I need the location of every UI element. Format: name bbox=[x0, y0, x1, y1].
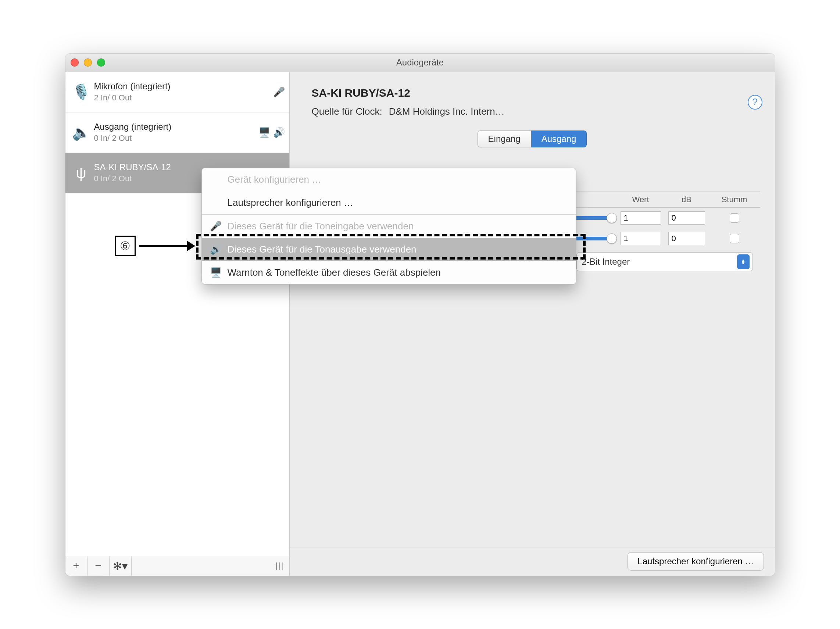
device-mic[interactable]: 🎙️ Mikrofon (integriert) 2 In/ 0 Out 🎤 bbox=[65, 72, 289, 112]
sidebar-footer: + − ✻▾ ||| bbox=[65, 556, 289, 576]
add-button[interactable]: + bbox=[65, 556, 87, 576]
db-input[interactable] bbox=[668, 232, 705, 245]
mic-icon: 🎤 bbox=[273, 86, 285, 98]
io-tabs: Eingang Ausgang bbox=[290, 131, 775, 147]
microphone-icon: 🎙️ bbox=[68, 84, 94, 101]
volume-icon: 🔊 bbox=[273, 127, 285, 138]
device-title: SA-KI RUBY/SA-12 bbox=[312, 87, 753, 99]
usb-icon: ψ bbox=[68, 165, 94, 181]
device-output[interactable]: 🔈 Ausgang (integriert) 0 In/ 2 Out 🖥️ 🔊 bbox=[65, 112, 289, 153]
configure-speakers-button[interactable]: Lautsprecher konfigurieren … bbox=[627, 552, 764, 571]
monitor-icon: 🖥️ bbox=[210, 267, 222, 278]
clock-source-label: Quelle für Clock: bbox=[312, 106, 382, 117]
sidebar: 🎙️ Mikrofon (integriert) 2 In/ 0 Out 🎤 🔈… bbox=[65, 72, 290, 576]
help-button[interactable]: ? bbox=[748, 95, 763, 109]
menu-configure-speakers[interactable]: Lautsprecher konfigurieren … bbox=[202, 191, 576, 214]
device-name: Ausgang (integriert) bbox=[94, 122, 259, 132]
context-menu: Gerät konfigurieren … Lautsprecher konfi… bbox=[201, 168, 576, 284]
titlebar: Audiogeräte bbox=[65, 54, 775, 72]
audio-devices-window: Audiogeräte 🎙️ Mikrofon (integriert) 2 I… bbox=[65, 54, 775, 576]
annotation-number: ⑥ bbox=[115, 235, 136, 256]
menu-label: Warnton & Toneffekte über dieses Gerät a… bbox=[227, 267, 441, 278]
remove-button[interactable]: − bbox=[87, 556, 109, 576]
menu-use-for-input[interactable]: 🎤 Dieses Gerät für die Toneingabe verwen… bbox=[202, 215, 576, 238]
device-list: 🎙️ Mikrofon (integriert) 2 In/ 0 Out 🎤 🔈… bbox=[65, 72, 289, 556]
tab-input[interactable]: Eingang bbox=[478, 131, 531, 147]
menu-label: Dieses Gerät für die Tonausgabe verwende… bbox=[227, 244, 417, 255]
col-stumm: Stumm bbox=[709, 195, 760, 204]
chevron-updown-icon: ▲▼ bbox=[737, 254, 750, 269]
menu-label: Dieses Gerät für die Toneingabe verwende… bbox=[227, 221, 414, 232]
col-db: dB bbox=[665, 195, 709, 204]
format-value: 2-Bit Integer bbox=[582, 257, 630, 267]
microphone-icon: 🎤 bbox=[210, 221, 222, 232]
speaker-icon: 🔈 bbox=[68, 124, 94, 141]
resize-grip[interactable]: ||| bbox=[275, 561, 284, 571]
col-wert: Wert bbox=[617, 195, 665, 204]
menu-label: Gerät konfigurieren … bbox=[227, 174, 322, 185]
slider-thumb-icon[interactable] bbox=[606, 213, 617, 223]
slider-thumb-icon[interactable] bbox=[606, 234, 617, 244]
annotation-callout: ⑥ bbox=[115, 235, 194, 256]
volume-icon: 🔊 bbox=[210, 244, 222, 255]
tab-output[interactable]: Ausgang bbox=[531, 131, 587, 147]
menu-label: Lautsprecher konfigurieren … bbox=[227, 197, 354, 208]
gear-button[interactable]: ✻▾ bbox=[109, 556, 132, 576]
value-input[interactable] bbox=[621, 212, 661, 224]
main-footer: Lautsprecher konfigurieren … bbox=[290, 547, 775, 576]
window-title: Audiogeräte bbox=[65, 57, 775, 68]
mute-checkbox[interactable] bbox=[730, 234, 739, 243]
arrow-right-icon bbox=[139, 245, 194, 247]
format-select[interactable]: 2-Bit Integer ▲▼ bbox=[576, 252, 753, 271]
device-io: 2 In/ 0 Out bbox=[94, 93, 273, 103]
value-input[interactable] bbox=[621, 232, 661, 245]
menu-use-for-output[interactable]: 🔊 Dieses Gerät für die Tonausgabe verwen… bbox=[202, 238, 576, 261]
monitor-icon: 🖥️ bbox=[259, 127, 270, 138]
menu-configure-device[interactable]: Gerät konfigurieren … bbox=[202, 168, 576, 191]
device-io: 0 In/ 2 Out bbox=[94, 133, 259, 143]
db-input[interactable] bbox=[668, 212, 705, 224]
device-name: Mikrofon (integriert) bbox=[94, 81, 273, 92]
clock-source-value[interactable]: D&M Holdings Inc. Intern… bbox=[389, 106, 505, 117]
main-panel: SA-KI RUBY/SA-12 Quelle für Clock: D&M H… bbox=[290, 72, 775, 576]
mute-checkbox[interactable] bbox=[730, 213, 739, 223]
menu-alerts-over-device[interactable]: 🖥️ Warnton & Toneffekte über dieses Gerä… bbox=[202, 261, 576, 284]
